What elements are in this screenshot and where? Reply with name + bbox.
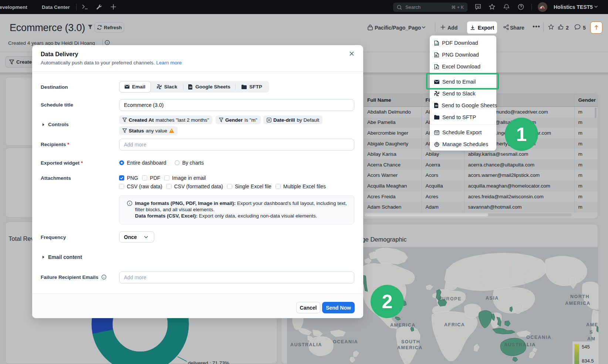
svg-text:pdf: pdf bbox=[435, 43, 439, 45]
